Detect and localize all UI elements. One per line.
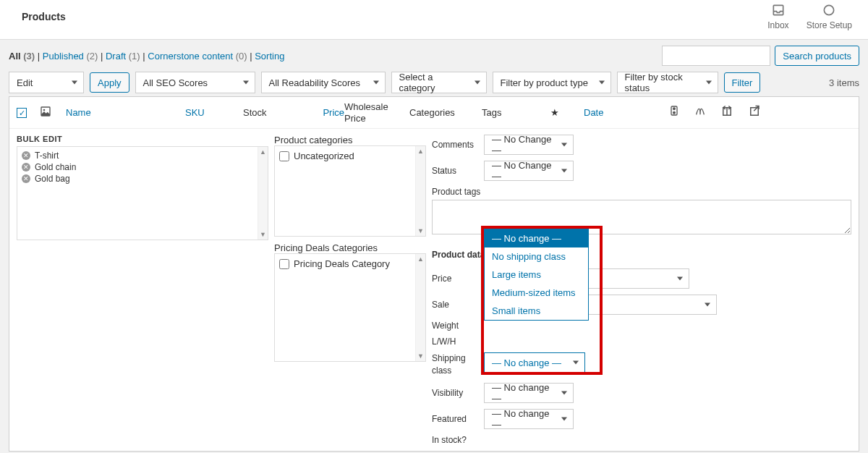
comments-select[interactable]: — No Change — [484,135,574,155]
shipping-option[interactable]: Medium-sized items [485,284,588,302]
lwh-label: L/W/H [432,336,475,347]
price-label: Price [432,274,475,284]
bulk-action-select[interactable]: Edit [9,72,84,93]
status-filter-links: All (3) | Published (2) | Draft (1) | Co… [9,51,284,62]
shipping-option[interactable]: Large items [485,266,588,284]
sale-label: Sale [432,300,475,310]
featured-star-icon: ★ [550,107,584,118]
remove-item-icon[interactable]: ✕ [22,163,30,172]
visibility-select[interactable]: — No change — [484,383,574,403]
category-checkbox[interactable] [279,151,289,161]
store-setup-action[interactable]: Store Setup [807,3,852,30]
items-count: 3 items [829,77,859,88]
scroll-down-icon[interactable]: ▼ [416,226,425,236]
search-input[interactable] [662,46,770,66]
inbox-icon [771,3,786,17]
status-label: Status [432,166,475,176]
product-categories-box: Uncategorized ▲▼ [274,145,426,237]
visibility-label: Visibility [432,388,475,398]
column-categories: Categories [409,107,482,118]
image-column-icon [40,106,66,119]
page-title: Products [22,11,66,22]
pricing-deals-title: Pricing Deals Categories [274,242,426,253]
weight-label: Weight [432,321,475,331]
status-cornerstone[interactable]: Cornerstone content (0) [148,51,247,62]
status-draft[interactable]: Draft (1) [106,51,140,62]
shipping-label: Shipping class [432,352,475,377]
filter-button[interactable]: Filter [724,72,761,93]
seo-score-select[interactable]: All SEO Scores [135,72,255,93]
column-sku[interactable]: SKU [185,107,243,118]
product-tags-label: Product tags [432,187,851,197]
category-select[interactable]: Select a category [391,72,487,93]
scroll-down-icon[interactable]: ▼ [258,229,268,240]
remove-item-icon[interactable]: ✕ [22,174,30,183]
bulk-item-list: ✕T-shirt ✕Gold chain ✕Gold bag ▲▼ [17,146,268,240]
svg-point-6 [673,111,676,114]
instock-label: In stock? [432,435,475,445]
product-type-select[interactable]: Filter by product type [493,72,611,93]
status-published[interactable]: Published (2) [43,51,98,62]
svg-point-3 [43,109,46,111]
scroll-up-icon[interactable]: ▲ [416,146,425,156]
readability-select[interactable]: All Readability Scores [261,72,386,93]
column-price[interactable]: Price [301,107,344,118]
scroll-up-icon[interactable]: ▲ [258,147,268,157]
apply-button[interactable]: Apply [90,72,129,93]
column-date[interactable]: Date [584,107,667,118]
pricing-deals-category[interactable]: Pricing Deals Category [279,258,421,269]
external-column-icon [748,105,761,120]
shipping-dropdown-menu: — No change — No shipping class Large it… [484,229,589,321]
svg-rect-8 [751,108,759,116]
category-uncategorized[interactable]: Uncategorized [279,151,421,161]
remove-item-icon[interactable]: ✕ [22,151,30,160]
featured-select[interactable]: — No change — [484,409,574,429]
column-name[interactable]: Name [66,107,185,118]
pricing-deals-box: Pricing Deals Category ▲▼ [274,253,426,362]
featured-label: Featured [432,414,475,424]
svg-point-5 [673,108,676,110]
scroll-up-icon[interactable]: ▲ [416,254,425,264]
comments-label: Comments [432,140,475,150]
seo-column-icon [668,105,680,120]
svg-point-1 [825,5,834,14]
status-all[interactable]: All (3) [9,51,35,62]
list-item: ✕T-shirt [22,150,263,161]
link-column-icon [720,105,733,120]
product-categories-title: Product categories [274,135,426,145]
list-item: ✕Gold bag [22,173,263,185]
status-select[interactable]: — No Change — [484,161,574,181]
category-checkbox[interactable] [279,259,289,269]
readability-column-icon [694,105,706,120]
bulk-edit-title: BULK EDIT [17,135,268,143]
shipping-option[interactable]: Small items [485,302,588,320]
search-button[interactable]: Search products [775,46,859,66]
shipping-option[interactable]: — No change — [485,229,588,247]
shipping-class-select[interactable]: — No change — [484,352,585,373]
shipping-option[interactable]: No shipping class [485,247,588,266]
select-all-checkbox[interactable]: ✓ [17,108,27,118]
scroll-down-icon[interactable]: ▼ [416,351,425,361]
column-stock: Stock [243,107,301,118]
inbox-action[interactable]: Inbox [767,3,788,30]
status-sorting[interactable]: Sorting [255,51,284,62]
inbox-label: Inbox [767,20,788,30]
column-wholesale: Wholesale Price [344,101,409,124]
stock-status-select[interactable]: Filter by stock status [617,72,718,93]
column-tags: Tags [482,107,550,118]
svg-rect-0 [773,5,783,14]
store-setup-label: Store Setup [807,20,852,30]
circle-icon [822,3,836,17]
list-item: ✕Gold chain [22,161,263,173]
